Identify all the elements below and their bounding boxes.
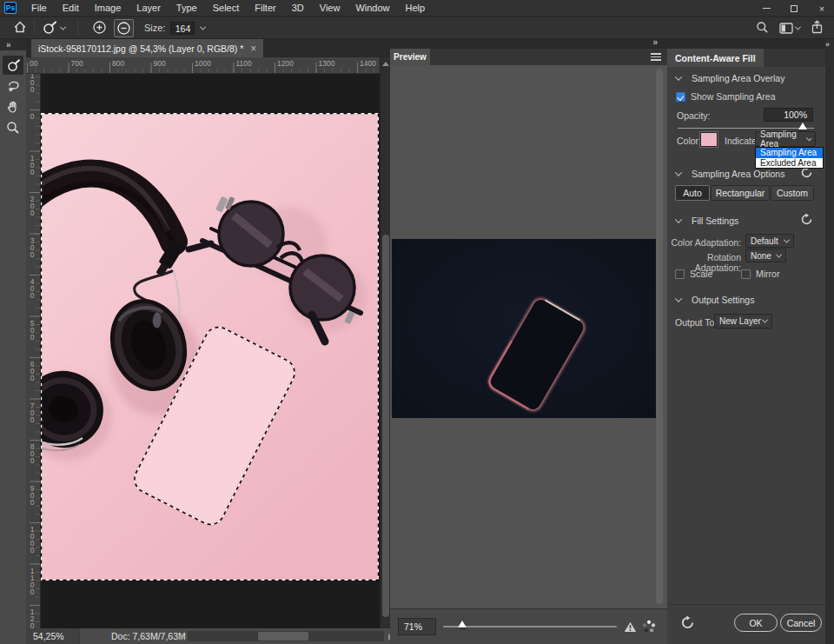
processing-spinner-icon — [642, 620, 656, 634]
ruler-label: 1100 — [28, 567, 36, 594]
search-icon[interactable] — [756, 21, 769, 36]
scroll-left-arrow[interactable] — [178, 634, 182, 641]
canvas-vertical-scrollbar[interactable] — [380, 57, 390, 628]
panel-menu-icon[interactable] — [651, 53, 661, 61]
menu-item[interactable]: Help — [398, 3, 434, 13]
preview-scrollbar[interactable] — [656, 69, 663, 604]
reset-section-icon[interactable] — [800, 213, 813, 228]
close-button[interactable]: × — [815, 3, 829, 15]
collapsed-dock-strip: » — [825, 39, 834, 644]
home-icon[interactable] — [13, 20, 27, 36]
content-aware-fill-panel: Sampling Area Overlay Show Sampling Area… — [667, 67, 825, 604]
horizontal-ruler: 00700800900100011001200130014001500 — [26, 57, 380, 74]
menu-item[interactable]: Type — [169, 3, 205, 13]
scrollbar-thumb[interactable] — [258, 632, 308, 641]
sampling-custom-button[interactable]: Custom — [771, 185, 814, 201]
opacity-value[interactable]: 100% — [764, 108, 813, 122]
mirror-label: Mirror — [756, 269, 779, 279]
document-canvas[interactable] — [41, 74, 380, 628]
section-sampling-area-options[interactable]: Sampling Area Options — [676, 169, 784, 179]
scrollbar-thumb[interactable] — [382, 235, 389, 617]
preview-image[interactable] — [392, 239, 656, 418]
scale-checkbox[interactable] — [675, 269, 685, 279]
menu-item[interactable]: Edit — [55, 3, 87, 13]
scale-label: Scale — [690, 269, 712, 279]
rotation-adaptation-dropdown[interactable]: None — [745, 249, 786, 262]
collapse-caf-icon[interactable]: » — [825, 40, 831, 49]
minimize-button[interactable] — [759, 3, 773, 15]
overlay-color-swatch[interactable] — [700, 132, 718, 147]
dropdown-option[interactable]: Excluded Area — [756, 158, 823, 169]
ruler-label: 500 — [28, 319, 36, 340]
opacity-slider[interactable] — [678, 128, 814, 129]
collapse-preview-icon[interactable]: » — [652, 37, 659, 47]
workspace-switcher-icon[interactable] — [779, 23, 800, 34]
canvas-horizontal-scrollbar[interactable] — [188, 631, 384, 641]
document-tab[interactable]: iStock-958170112.jpg @ 54,3% (Layer 0, R… — [31, 39, 263, 57]
ruler-label: 1000 — [28, 525, 36, 553]
sampling-auto-button[interactable]: Auto — [675, 185, 710, 201]
sampling-brush-tool[interactable] — [3, 56, 23, 75]
document-tab-bar: iStock-958170112.jpg @ 54,3% (Layer 0, R… — [26, 39, 390, 57]
show-sampling-area-checkbox[interactable] — [676, 92, 685, 102]
tools-panel — [0, 50, 26, 644]
zoom-tool[interactable] — [3, 118, 23, 137]
tab-content-aware-fill[interactable]: Content-Aware Fill — [667, 49, 764, 67]
sampling-brush-icon[interactable] — [42, 20, 65, 36]
hand-tool[interactable] — [3, 97, 23, 116]
output-to-dropdown[interactable]: New Layer — [714, 314, 772, 329]
mirror-checkbox[interactable] — [741, 269, 751, 279]
ruler-label: 800 — [28, 442, 36, 463]
menu-item[interactable]: Filter — [247, 3, 283, 13]
color-adaptation-dropdown[interactable]: Default — [745, 234, 794, 248]
ruler-label: 700 — [28, 402, 36, 422]
reset-all-icon[interactable] — [680, 615, 695, 634]
preview-zoom-input[interactable]: 71% — [398, 618, 436, 635]
scroll-up-arrow[interactable] — [382, 62, 389, 66]
brush-size-input[interactable]: 164 — [170, 22, 195, 35]
cancel-button[interactable]: Cancel — [780, 614, 822, 632]
status-zoom-level[interactable]: 54,25% — [26, 628, 80, 644]
brush-size-dropdown[interactable] — [196, 22, 208, 35]
tab-close-icon[interactable]: × — [250, 44, 256, 53]
menu-item[interactable]: Window — [348, 3, 397, 13]
maximize-button[interactable] — [787, 3, 801, 15]
add-to-sampling-icon[interactable] — [92, 20, 107, 37]
opacity-slider-handle[interactable] — [798, 123, 807, 129]
photo-headphones-sunglasses — [41, 113, 379, 581]
section-fill-settings[interactable]: Fill Settings — [676, 216, 738, 226]
menu-item[interactable]: Image — [87, 3, 129, 13]
window-controls: × — [759, 0, 829, 17]
color-adaptation-value: Default — [751, 236, 778, 246]
dropdown-option[interactable]: Sampling Area — [756, 148, 823, 158]
document-tab-title: iStock-958170112.jpg @ 54,3% (Layer 0, R… — [38, 43, 243, 54]
preview-zoom-slider[interactable] — [443, 626, 617, 627]
menu-item[interactable]: Layer — [129, 3, 169, 13]
indicates-dropdown[interactable]: Sampling Area — [755, 131, 816, 147]
menu-item[interactable]: File — [23, 3, 55, 13]
photoshop-window: Ps FileEditImageLayerTypeSelectFilter3DV… — [0, 0, 834, 644]
menu-items: FileEditImageLayerTypeSelectFilter3DView… — [23, 3, 433, 13]
subtract-from-sampling-icon[interactable] — [114, 19, 134, 37]
lasso-tool[interactable] — [3, 76, 23, 96]
menu-item[interactable]: Select — [205, 3, 248, 13]
menu-item[interactable]: View — [312, 3, 348, 13]
document-status-bar: 54,25% Doc: 7,63M/7,63M — [26, 628, 390, 644]
section-sampling-area-overlay[interactable]: Sampling Area Overlay — [676, 73, 784, 83]
sampling-rectangular-button[interactable]: Rectangular — [711, 185, 770, 201]
share-icon[interactable] — [811, 20, 824, 36]
collapse-tools-icon[interactable]: » — [6, 40, 12, 50]
caf-dock-strip — [667, 39, 825, 49]
ruler-label: 100 — [28, 74, 36, 92]
ruler-label: 1400 — [360, 59, 376, 68]
tab-preview[interactable]: Preview — [390, 49, 430, 65]
menu-item[interactable]: 3D — [284, 3, 312, 13]
section-output-settings[interactable]: Output Settings — [676, 295, 754, 305]
preview-zoom-bar: 71% — [390, 608, 667, 644]
preview-zoom-slider-handle[interactable] — [458, 621, 467, 627]
ok-button[interactable]: OK — [734, 614, 778, 632]
ruler-label: 800 — [112, 59, 124, 68]
ruler-label: 1000 — [195, 59, 211, 68]
warning-icon — [624, 621, 637, 633]
rotation-adaptation-value: None — [751, 251, 771, 261]
